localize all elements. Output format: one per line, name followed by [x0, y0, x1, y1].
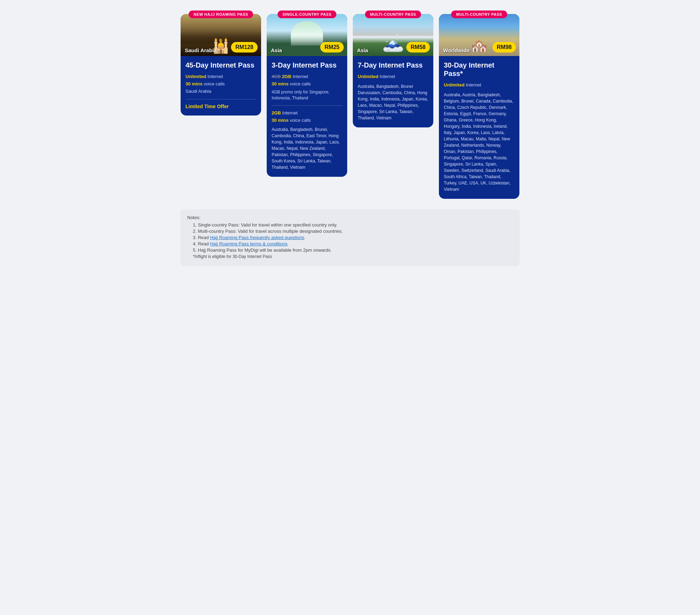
- badge-worldwide: MULTI-COUNTRY PASS: [451, 11, 507, 18]
- plan-title-single: 3-Day Internet Pass: [272, 61, 342, 69]
- feature-unlimited-worldwide: Unlimited Internet: [444, 82, 514, 88]
- price-saudi: RM128: [231, 42, 258, 53]
- card-single: Asia RM25 3-Day Internet Pass 4GB 2GB In…: [267, 14, 347, 177]
- divider-single: [272, 105, 342, 106]
- note-item-4: Read Hajj Roaming Pass terms & condition…: [187, 241, 513, 246]
- feature-voice2-single: 30 mins voice calls: [272, 117, 342, 124]
- card-outer-worldwide: MULTI-COUNTRY PASS Worldwide RM98 30-Day…: [439, 11, 519, 199]
- note-item-1: Single-country Pass: Valid for travel wi…: [187, 222, 513, 228]
- card-image-single: Asia RM25: [267, 14, 347, 56]
- card-outer-single: SINGLE-COUNTRY PASS Asia RM25 3-Day Inte…: [267, 11, 347, 199]
- card-worldwide: Worldwide RM98 30-Day Internet Pass* Unl…: [439, 14, 519, 199]
- badge-single: SINGLE-COUNTRY PASS: [278, 11, 336, 18]
- notes-section: Notes: Single-country Pass: Valid for tr…: [180, 209, 520, 266]
- price-single: RM25: [320, 42, 344, 53]
- second-gb-section: 2GB Internet 30 mins voice calls Austral…: [272, 110, 342, 170]
- inflight-note: *Inflight is eligible for 30-Day Interne…: [187, 254, 513, 259]
- divider-hajj: [186, 99, 256, 99]
- page-container: NEW HAJJ ROAMING PASS Saudi Arabia RM128…: [7, 7, 693, 266]
- highlight-unlimited-hajj: Unlimited: [186, 74, 206, 79]
- card-outer-asia: MULTI-COUNTRY PASS Asia RM58 7-Day Inter…: [353, 11, 433, 199]
- countries-asia: Australia, Bangladesh, Brunei Darussalam…: [358, 83, 428, 121]
- feature-voice-hajj: 30 mins voice calls: [186, 81, 256, 87]
- card-outer-hajj: NEW HAJJ ROAMING PASS Saudi Arabia RM128…: [181, 11, 261, 199]
- location-single: Asia: [271, 47, 282, 53]
- card-image-asia: Asia RM58: [353, 14, 433, 56]
- card-image-worldwide: Worldwide RM98: [439, 14, 519, 56]
- price-worldwide: RM98: [492, 42, 516, 53]
- cards-wrapper: NEW HAJJ ROAMING PASS Saudi Arabia RM128…: [7, 7, 693, 202]
- notes-title: Notes:: [187, 215, 513, 220]
- location-saudi: Saudi Arabia: [185, 47, 217, 53]
- note-item-3: Read Hajj Roaming Pass frequently asked …: [187, 235, 513, 240]
- badge-asia: MULTI-COUNTRY PASS: [365, 11, 421, 18]
- note-item-2: Multi-country Pass: Valid for travel acr…: [187, 229, 513, 234]
- card-image-hajj: Saudi Arabia RM128: [181, 14, 261, 56]
- country-hajj: Saudi Arabia: [186, 88, 256, 95]
- countries-worldwide: Australia, Austria, Bangladesh, Belgium,…: [444, 92, 514, 193]
- notes-list: Single-country Pass: Valid for travel wi…: [187, 222, 513, 253]
- plan-title-hajj: 45-Day Internet Pass: [186, 61, 256, 69]
- feature-unlimited-hajj: Unlimited Internet: [186, 74, 256, 80]
- link-hajj-tnc[interactable]: Hajj Roaming Pass terms & conditions: [210, 241, 287, 246]
- countries-single: Australia, Bangladesh, Brunei, Cambodia,…: [272, 126, 342, 170]
- link-hajj-faq[interactable]: Hajj Roaming Pass frequently asked quest…: [210, 235, 304, 240]
- promo-note-single: 4GB promo only for Singapore, Indonesia,…: [272, 89, 342, 101]
- feature-2gb-single: 2GB Internet: [272, 110, 342, 116]
- limited-offer-hajj: Limited Time Offer: [186, 104, 256, 109]
- feature-unlimited-asia: Unlimited Internet: [358, 74, 428, 80]
- location-asia: Asia: [357, 47, 368, 53]
- feature-voice-single: 30 mins voice calls: [272, 81, 342, 87]
- card-body-single: 3-Day Internet Pass 4GB 2GB Internet 30 …: [267, 56, 347, 170]
- price-asia: RM58: [406, 42, 430, 53]
- feature-data-single: 4GB 2GB Internet: [272, 74, 342, 80]
- location-worldwide: Worldwide: [443, 47, 470, 53]
- plan-title-worldwide: 30-Day Internet Pass*: [444, 61, 514, 78]
- card-body-hajj: 45-Day Internet Pass Unlimited Internet …: [181, 56, 261, 109]
- plan-title-asia: 7-Day Internet Pass: [358, 61, 428, 69]
- badge-hajj: NEW HAJJ ROAMING PASS: [189, 11, 253, 18]
- card-hajj: Saudi Arabia RM128 45-Day Internet Pass …: [181, 14, 261, 116]
- card-asia: Asia RM58 7-Day Internet Pass Unlimited …: [353, 14, 433, 127]
- card-body-worldwide: 30-Day Internet Pass* Unlimited Internet…: [439, 56, 519, 193]
- note-item-5: Hajj Roaming Pass for MyDigi will be ava…: [187, 247, 513, 253]
- card-body-asia: 7-Day Internet Pass Unlimited Internet A…: [353, 56, 433, 121]
